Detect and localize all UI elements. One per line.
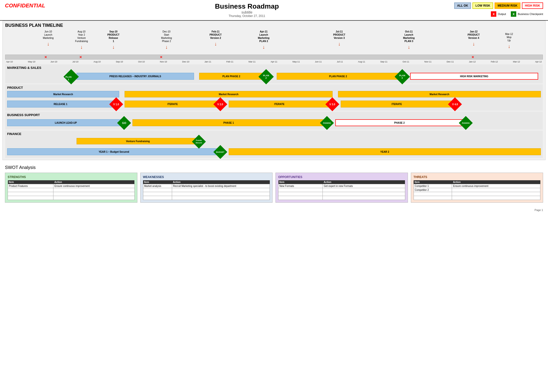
allok-button[interactable]: ALL OK [454, 2, 471, 9]
opportunities-action-3 [323, 192, 405, 196]
bar-phase1: PHASE 1 [132, 119, 324, 126]
title-block: Business Roadmap subtitle Thursday, Octo… [54, 2, 440, 18]
threats-action-2 [452, 188, 540, 192]
output-legend: X Output [491, 11, 506, 17]
opportunities-item-3 [278, 192, 323, 196]
tl-label-jan12: Jan-12PRODUCTVersion 4 ↓ [467, 30, 480, 47]
timeline-section: BUSINESS PLAN TIMELINE Jun-10LaunchMarke… [2, 21, 546, 160]
threats-action-4 [452, 196, 540, 200]
strengths-action-3 [53, 192, 134, 196]
opportunities-item-2 [278, 188, 323, 192]
opportunities-table: ItemAction New FormatsGet expert in new … [278, 180, 405, 200]
weaknesses-action-2 [172, 188, 270, 192]
weaknesses-item-1: Market analysis [143, 184, 172, 188]
bar-high-risk: HIGH RISK MARKETING [410, 73, 538, 80]
weaknesses-title: WEAKNESSES [143, 175, 270, 179]
bar-iterate1: ITERATE [125, 101, 221, 107]
bar-iterate2: ITERATE [229, 101, 330, 107]
strengths-item-3 [8, 192, 53, 196]
subtitle: subtitle [54, 10, 440, 14]
marketing-swimlane: MARKETING & SALES PLAN1 PRESS RELEASES –… [5, 64, 543, 83]
threats-action-1: Ensure continuous improvement [452, 184, 540, 188]
checkpoint-legend: X Business Checkpoint [511, 11, 543, 17]
weaknesses-col-action: Action [172, 180, 270, 184]
strengths-item-2 [8, 188, 53, 192]
opportunities-action-2 [323, 188, 405, 192]
bizsupport-title: BUSINESS SUPPORT [7, 113, 541, 117]
risk-buttons: ALL OK LOW RISK MEDIUM RISK HIGH RISK [440, 2, 543, 9]
v4-label: V 4.0 [450, 99, 460, 109]
output-label: Output [498, 13, 506, 15]
strengths-col-item: Item [8, 180, 53, 184]
tl-label-jul11: Jul-11PRODUCTVersion 3 ↓ [333, 30, 345, 47]
lowrisk-button[interactable]: LOW RISK [472, 2, 493, 9]
opportunities-title: OPPORTUNITIES [278, 175, 405, 179]
bar-market-research-2: Market Research [125, 91, 333, 97]
tl-label-sep10: Sep-10PRODUCTRelease1 ↓ [107, 30, 119, 50]
strengths-title: STRENGTHS [8, 175, 135, 179]
checkpoint-label: Business Checkpoint [518, 13, 543, 15]
plan1-diamond: PLAN1 [64, 69, 79, 84]
plan3-diamond-label: PLAN3 [397, 71, 408, 82]
opportunities-col-action: Action [323, 180, 405, 184]
product-versions-row: RELEASE 1 V 1.0 ITERATE V 2.0 ITERATE V … [7, 99, 541, 109]
threats-col-item: Item [414, 180, 452, 184]
bar-year1: YEAR 1 – Budget Secured [7, 148, 221, 155]
threats-box: THREATS ItemAction Competitor 1Ensure co… [411, 173, 543, 203]
tl-label-oct11: Oct-11LaunchMarketingPLAN 3 ↓ [403, 30, 415, 50]
bar-launch-leadup: LAUNCH LEAD-UP [7, 119, 125, 126]
marker-aug10: ✕ [79, 55, 82, 59]
page-title: Business Roadmap [54, 2, 440, 10]
v1-label: V 1.0 [111, 99, 121, 109]
tl-label-feb11: Feb-11PRODUCTVersion 2 ↓ [210, 30, 222, 47]
timeline-labels-row: Jun-10LaunchMarketing ↓ Aug-10Year 2Vent… [5, 30, 543, 55]
bar-plan-phase2-left: PLAN PHASE 2 [199, 73, 263, 80]
timeline-bar: ✕ ✕ ✕ ✕ [5, 55, 543, 60]
bar-year2: YEAR 2 [229, 148, 541, 155]
weaknesses-item-4 [143, 196, 172, 200]
funds-secure-label: FundsSecure [194, 137, 204, 147]
weaknesses-col-item: Item [143, 180, 172, 184]
swot-grid: STRENGTHS ItemAction Product FeaturesEns… [5, 173, 543, 203]
strengths-col-action: Action [53, 180, 134, 184]
opportunities-box: OPPORTUNITIES ItemAction New FormatsGet … [275, 173, 408, 203]
threats-action-3 [452, 192, 540, 196]
weaknesses-action-4 [172, 196, 270, 200]
year-row: YEAR 1 – Budget Secured BUDGET YEAR 2 [7, 147, 541, 156]
finance-swimlane: FINANCE Venture Fundraising FundsSecure … [5, 131, 543, 158]
weaknesses-item-2 [143, 188, 172, 192]
bar-press-releases: PRESS RELEASES – INDUSTRY JOURNALS [77, 73, 194, 80]
opportunities-col-item: Item [278, 180, 323, 184]
threats-item-1: Competitor 1 [414, 184, 452, 188]
weaknesses-action-1: Recruit Marketing specialist - to boost … [172, 184, 270, 188]
strengths-action-2 [53, 188, 134, 192]
strengths-item-4 [8, 196, 53, 200]
confidential-label: CONFIDENTIAL [5, 2, 54, 9]
mediumrisk-button[interactable]: MEDIUM RISK [495, 2, 520, 9]
threats-item-4 [414, 196, 452, 200]
checkpoint-icon: X [511, 11, 516, 17]
market-research-row: Market Research Market Research Market R… [7, 90, 541, 98]
strengths-action-4 [53, 196, 134, 200]
tl-label-dec10: Dec-10StartMarketingPhase 2 ↓ [161, 30, 172, 50]
assess2-label: Assess [461, 118, 471, 128]
page-number: Page 1 [0, 208, 548, 212]
highrisk-button[interactable]: HIGH RISK [522, 2, 543, 9]
bar-market-research-3: Market Research [338, 91, 541, 97]
date-label: Thursday, October 27, 2011 [54, 14, 440, 18]
strengths-table: ItemAction Product FeaturesEnsure contin… [8, 180, 135, 200]
threats-col-action: Action [452, 180, 540, 184]
threats-item-2: Competitor 2 [414, 188, 452, 192]
marketing-title: MARKETING & SALES [7, 66, 541, 70]
strengths-box: STRENGTHS ItemAction Product FeaturesEns… [5, 173, 137, 203]
weaknesses-box: WEAKNESSES ItemAction Market analysisRec… [140, 173, 273, 203]
marker-jun10: ✕ [44, 55, 47, 59]
finance-title: FINANCE [7, 132, 541, 136]
bar-market-research-1: Market Research [7, 91, 119, 97]
swot-title: SWOT Analysis [5, 165, 543, 170]
marker-dec10: ✕ [160, 55, 162, 59]
timeline-title: BUSINESS PLAN TIMELINE [5, 23, 543, 28]
swot-section: SWOT Analysis STRENGTHS ItemAction Produ… [2, 163, 546, 205]
legend-icons: X Output X Business Checkpoint [440, 11, 543, 17]
product-swimlane: PRODUCT Market Research Market Research … [5, 84, 543, 111]
